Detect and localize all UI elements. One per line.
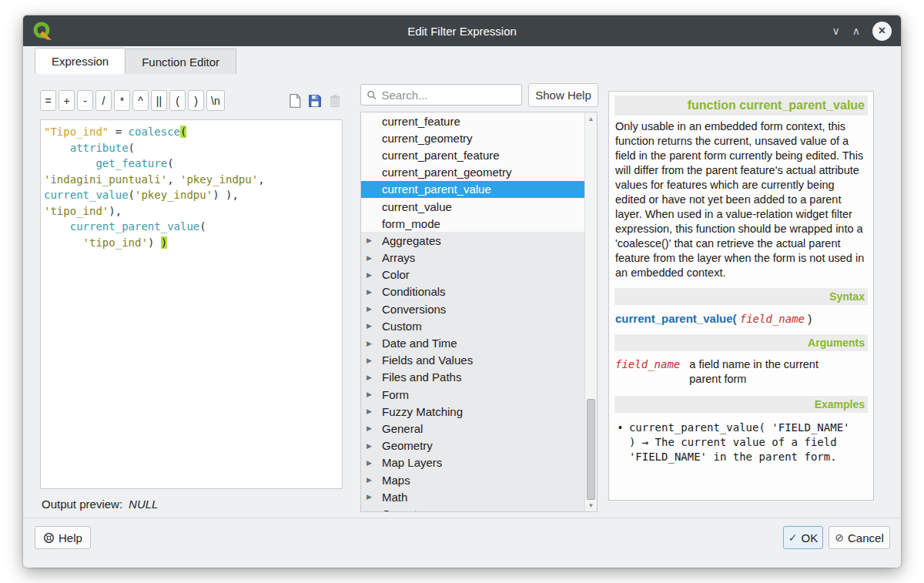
- function-item-current_geometry[interactable]: current_geometry: [361, 129, 584, 146]
- code-line: attribute(: [44, 140, 339, 156]
- expand-arrow-icon[interactable]: ▶: [367, 510, 382, 511]
- title-bar[interactable]: Edit Filter Expression ∨ ∧ ×: [23, 15, 901, 46]
- code-line: 'tipo_ind') ): [44, 235, 339, 251]
- function-item-label: current_parent_feature: [382, 149, 500, 162]
- group-item-label: Map Layers: [382, 456, 442, 469]
- expression-editor[interactable]: "Tipo_ind" = coalesce( attribute( get_fe…: [40, 119, 343, 489]
- group-item-geometry[interactable]: ▶Geometry: [361, 437, 584, 454]
- window-minimize-button[interactable]: ∨: [832, 25, 840, 36]
- expand-arrow-icon[interactable]: ▶: [367, 288, 382, 296]
- function-item-label: current_feature: [382, 115, 460, 128]
- scroll-down-arrow[interactable]: ▼: [585, 499, 597, 511]
- group-item-math[interactable]: ▶Math: [361, 488, 584, 505]
- operator-button-*[interactable]: *: [114, 90, 130, 111]
- group-item-map-layers[interactable]: ▶Map Layers: [361, 454, 584, 471]
- expand-arrow-icon[interactable]: ▶: [367, 390, 382, 398]
- expand-arrow-icon[interactable]: ▶: [367, 322, 382, 330]
- group-item-aggregates[interactable]: ▶Aggregates: [361, 232, 584, 249]
- group-item-general[interactable]: ▶General: [361, 420, 584, 437]
- footer-divider: [23, 518, 901, 518]
- cancel-button[interactable]: ⊘ Cancel: [829, 526, 890, 549]
- expand-arrow-icon[interactable]: ▶: [367, 305, 382, 313]
- group-item-fuzzy-matching[interactable]: ▶Fuzzy Matching: [361, 403, 584, 420]
- expand-arrow-icon[interactable]: ▶: [367, 424, 382, 432]
- group-item-color[interactable]: ▶Color: [361, 266, 584, 283]
- tab-expression[interactable]: Expression: [35, 48, 126, 74]
- function-item-current_feature[interactable]: current_feature: [361, 112, 584, 129]
- help-button[interactable]: Help: [35, 526, 91, 549]
- operator-button-=[interactable]: =: [40, 90, 56, 111]
- expand-arrow-icon[interactable]: ▶: [367, 271, 382, 279]
- expand-arrow-icon[interactable]: ▶: [367, 340, 382, 347]
- output-preview-label: Output preview:: [42, 498, 122, 511]
- group-item-label: Form: [382, 388, 409, 401]
- expand-arrow-icon[interactable]: ▶: [367, 459, 382, 467]
- expand-arrow-icon[interactable]: ▶: [367, 374, 382, 381]
- expand-arrow-icon[interactable]: ▶: [367, 493, 382, 501]
- operator-button-+[interactable]: +: [59, 90, 75, 111]
- new-expression-button[interactable]: [286, 91, 303, 110]
- syntax-argument: field_name: [740, 313, 805, 325]
- window-title: Edit Filter Expression: [23, 25, 901, 38]
- operator-button-/[interactable]: /: [95, 90, 112, 111]
- group-item-label: Operators: [382, 508, 434, 511]
- function-list-scrollbar[interactable]: ▲ ▼: [584, 112, 597, 511]
- operator-button-||[interactable]: ||: [151, 90, 167, 111]
- new-file-icon: [288, 93, 302, 109]
- function-help-panel: function current_parent_value Only usabl…: [608, 91, 874, 501]
- scroll-up-arrow[interactable]: ▲: [585, 112, 597, 125]
- show-help-label: Show Help: [535, 89, 591, 102]
- bullet-icon: •: [618, 420, 622, 464]
- group-item-arrays[interactable]: ▶Arrays: [361, 250, 584, 266]
- operator-button-\n[interactable]: \n: [206, 90, 225, 111]
- save-floppy-icon: [308, 94, 322, 108]
- group-item-label: Aggregates: [382, 234, 441, 247]
- group-item-label: Files and Paths: [382, 370, 461, 384]
- group-item-files-and-paths[interactable]: ▶Files and Paths: [361, 369, 584, 386]
- operator-button--[interactable]: -: [77, 90, 93, 111]
- group-item-maps[interactable]: ▶Maps: [361, 471, 584, 488]
- example-text: current_parent_value( 'FIELD_NAME' ) → T…: [629, 420, 860, 464]
- delete-expression-button[interactable]: [326, 91, 343, 110]
- group-item-label: Color: [382, 268, 410, 281]
- window-close-button[interactable]: ×: [872, 22, 892, 41]
- tab-function-editor[interactable]: Function Editor: [126, 49, 236, 74]
- operator-button-)[interactable]: ): [188, 90, 204, 111]
- expand-arrow-icon[interactable]: ▶: [367, 236, 382, 244]
- search-input[interactable]: [382, 89, 517, 102]
- group-item-label: Conditionals: [382, 285, 446, 298]
- function-item-current_parent_geometry[interactable]: current_parent_geometry: [361, 164, 584, 181]
- example-row: •current_parent_value( 'FIELD_NAME' ) → …: [614, 413, 868, 464]
- scrollbar-thumb[interactable]: [587, 399, 595, 500]
- group-item-conditionals[interactable]: ▶Conditionals: [361, 283, 584, 300]
- examples-header: Examples: [614, 396, 868, 413]
- group-item-fields-and-values[interactable]: ▶Fields and Values: [361, 352, 584, 369]
- operator-button-([interactable]: (: [169, 90, 186, 111]
- group-item-operators[interactable]: ▶Operators: [361, 505, 584, 511]
- expand-arrow-icon[interactable]: ▶: [367, 254, 382, 262]
- function-item-current_value[interactable]: current_value: [361, 198, 584, 215]
- function-item-current_parent_value[interactable]: current_parent_value: [361, 181, 584, 198]
- expand-arrow-icon[interactable]: ▶: [367, 357, 382, 364]
- syntax-function-name: current_parent_value(: [615, 312, 737, 325]
- group-item-date-and-time[interactable]: ▶Date and Time: [361, 334, 584, 351]
- operator-button-^[interactable]: ^: [132, 90, 149, 111]
- function-item-current_parent_feature[interactable]: current_parent_feature: [361, 146, 584, 163]
- expand-arrow-icon[interactable]: ▶: [367, 407, 382, 415]
- expand-arrow-icon[interactable]: ▶: [367, 476, 382, 484]
- code-line: 'tipo_ind'),: [44, 203, 339, 219]
- show-help-button[interactable]: Show Help: [528, 83, 598, 107]
- ok-button[interactable]: ✓ OK: [783, 526, 823, 549]
- group-item-label: Conversions: [382, 303, 446, 316]
- group-item-conversions[interactable]: ▶Conversions: [361, 300, 584, 317]
- group-item-form[interactable]: ▶Form: [361, 386, 584, 403]
- output-preview: Output preview:NULL: [42, 498, 158, 511]
- group-item-custom[interactable]: ▶Custom: [361, 317, 584, 334]
- window-maximize-button[interactable]: ∧: [852, 25, 860, 36]
- argument-description: a field name in the current parent form: [689, 357, 839, 387]
- save-expression-button[interactable]: [306, 91, 323, 110]
- code-line: current_parent_value(: [44, 219, 339, 235]
- function-item-form_mode[interactable]: form_mode: [361, 215, 584, 232]
- cancel-button-label: Cancel: [848, 531, 884, 544]
- expand-arrow-icon[interactable]: ▶: [367, 442, 382, 450]
